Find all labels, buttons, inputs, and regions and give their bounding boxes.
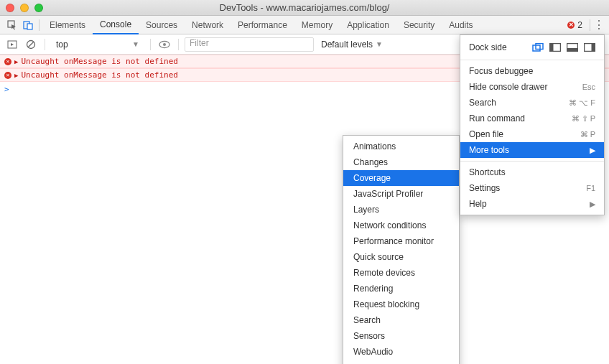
zoom-window-button[interactable] bbox=[34, 4, 43, 12]
context-selector[interactable]: top ▼ bbox=[51, 37, 144, 52]
separator bbox=[45, 39, 45, 50]
tab-audits[interactable]: Audits bbox=[442, 16, 480, 34]
expand-triangle-icon[interactable]: ▶ bbox=[14, 72, 18, 79]
submenu-item-rendering[interactable]: Rendering bbox=[343, 281, 459, 297]
submenu-item-javascript-profiler[interactable]: JavaScript Profiler bbox=[343, 186, 459, 202]
menu-item-more-tools[interactable]: More tools▶ bbox=[460, 142, 604, 158]
svg-rect-11 bbox=[550, 44, 554, 52]
menu-item-hide-console-drawer[interactable]: Hide console drawerEsc bbox=[460, 79, 604, 95]
error-icon: ✕ bbox=[4, 72, 11, 79]
toggle-sidebar-icon[interactable] bbox=[4, 37, 20, 52]
error-message: Uncaught onMessage is not defined bbox=[21, 70, 178, 80]
svg-rect-8 bbox=[533, 45, 540, 51]
chevron-down-icon: ▼ bbox=[376, 40, 383, 48]
error-icon: ✕ bbox=[567, 22, 575, 29]
devtools-tabbar: ElementsConsoleSourcesNetworkPerformance… bbox=[0, 16, 609, 34]
menu-item-run-command[interactable]: Run command⌘ ⇧ P bbox=[460, 111, 604, 126]
submenu-item-search[interactable]: Search bbox=[343, 312, 459, 328]
menu-item-shortcut: F1 bbox=[586, 184, 595, 192]
submenu-item-layers[interactable]: Layers bbox=[343, 202, 459, 218]
tab-elements[interactable]: Elements bbox=[42, 16, 93, 34]
main-menu: Dock side Focus debuggeeHide console dra… bbox=[460, 34, 605, 215]
tab-console[interactable]: Console bbox=[93, 16, 139, 34]
tab-application[interactable]: Application bbox=[340, 16, 396, 34]
menu-item-shortcuts[interactable]: Shortcuts bbox=[460, 164, 604, 180]
dock-icons bbox=[532, 43, 595, 52]
separator bbox=[150, 39, 151, 50]
filter-input[interactable]: Filter bbox=[185, 37, 314, 52]
submenu-item-remote-devices[interactable]: Remote devices bbox=[343, 265, 459, 281]
tab-memory[interactable]: Memory bbox=[294, 16, 340, 34]
close-window-button[interactable] bbox=[6, 4, 14, 12]
error-counter[interactable]: ✕ 2 bbox=[567, 20, 582, 30]
dock-side-label: Dock side bbox=[469, 42, 507, 52]
submenu-item-animations[interactable]: Animations bbox=[343, 139, 459, 154]
menu-item-label: Open file bbox=[469, 129, 503, 139]
menu-item-label: Run command bbox=[469, 113, 525, 123]
submenu-arrow-icon: ▶ bbox=[590, 146, 595, 155]
live-expression-icon[interactable] bbox=[157, 37, 172, 52]
menu-item-search[interactable]: Search⌘ ⌥ F bbox=[460, 95, 604, 111]
minimize-window-button[interactable] bbox=[20, 4, 29, 12]
submenu-item-coverage[interactable]: Coverage bbox=[343, 170, 459, 186]
menu-item-shortcut: ⌘ P bbox=[580, 130, 595, 139]
submenu-item-request-blocking[interactable]: Request blocking bbox=[343, 297, 459, 312]
menu-item-shortcut: ⌘ ⇧ P bbox=[572, 114, 595, 123]
separator bbox=[39, 19, 39, 31]
dock-bottom-icon[interactable] bbox=[567, 43, 578, 52]
dock-right-icon[interactable] bbox=[584, 43, 595, 52]
menu-item-shortcut: ⌘ ⌥ F bbox=[569, 98, 595, 108]
window-title: DevTools - www.macariojames.com/blog/ bbox=[6, 2, 603, 13]
window-titlebar: DevTools - www.macariojames.com/blog/ bbox=[0, 0, 609, 16]
menu-item-focus-debuggee[interactable]: Focus debuggee bbox=[460, 63, 604, 79]
error-message: Uncaught onMessage is not defined bbox=[21, 57, 178, 66]
context-label: top bbox=[56, 39, 68, 50]
svg-rect-15 bbox=[592, 44, 595, 52]
menu-item-label: Search bbox=[469, 98, 496, 108]
clear-console-icon[interactable] bbox=[23, 37, 39, 52]
separator bbox=[590, 19, 590, 31]
tab-security[interactable]: Security bbox=[396, 16, 442, 34]
svg-rect-2 bbox=[27, 24, 32, 29]
dock-left-icon[interactable] bbox=[549, 43, 561, 52]
menu-item-open-file[interactable]: Open file⌘ P bbox=[460, 126, 604, 142]
dock-side-row: Dock side bbox=[460, 38, 604, 57]
submenu-item-what-s-new[interactable]: What's New bbox=[343, 360, 459, 364]
svg-point-7 bbox=[163, 43, 166, 46]
more-tools-submenu: AnimationsChangesCoverageJavaScript Prof… bbox=[343, 135, 460, 364]
log-levels-selector[interactable]: Default levels ▼ bbox=[317, 37, 387, 52]
dock-undock-icon[interactable] bbox=[532, 43, 544, 52]
traffic-lights bbox=[6, 4, 43, 12]
submenu-item-webaudio[interactable]: WebAudio bbox=[343, 344, 459, 360]
menu-item-label: Help bbox=[469, 199, 487, 209]
menu-item-label: Shortcuts bbox=[469, 167, 506, 177]
submenu-item-sensors[interactable]: Sensors bbox=[343, 328, 459, 344]
submenu-item-network-conditions[interactable]: Network conditions bbox=[343, 218, 459, 233]
tab-network[interactable]: Network bbox=[185, 16, 231, 34]
tab-sources[interactable]: Sources bbox=[139, 16, 185, 34]
menu-item-label: Settings bbox=[469, 183, 500, 193]
menu-item-shortcut: Esc bbox=[582, 83, 595, 91]
submenu-item-quick-source[interactable]: Quick source bbox=[343, 249, 459, 265]
menu-item-label: More tools bbox=[469, 145, 509, 155]
chevron-down-icon: ▼ bbox=[132, 40, 139, 48]
menu-item-help[interactable]: Help▶ bbox=[460, 196, 604, 212]
submenu-arrow-icon: ▶ bbox=[590, 200, 595, 209]
error-count-value: 2 bbox=[577, 20, 582, 30]
expand-triangle-icon[interactable]: ▶ bbox=[14, 58, 18, 65]
separator bbox=[178, 39, 179, 50]
filter-placeholder: Filter bbox=[190, 38, 209, 48]
tab-performance[interactable]: Performance bbox=[231, 16, 294, 34]
device-toolbar-icon[interactable] bbox=[20, 17, 36, 33]
menu-item-label: Focus debuggee bbox=[469, 66, 533, 76]
svg-rect-9 bbox=[536, 44, 543, 50]
submenu-item-performance-monitor[interactable]: Performance monitor bbox=[343, 233, 459, 249]
svg-rect-13 bbox=[567, 48, 578, 52]
more-options-icon[interactable]: ⋮ bbox=[593, 18, 605, 32]
submenu-item-changes[interactable]: Changes bbox=[343, 154, 459, 170]
menu-item-label: Hide console drawer bbox=[469, 82, 547, 92]
inspect-element-icon[interactable] bbox=[4, 17, 20, 33]
error-icon: ✕ bbox=[4, 58, 11, 65]
menu-item-settings[interactable]: SettingsF1 bbox=[460, 180, 604, 196]
levels-label: Default levels bbox=[321, 39, 373, 50]
